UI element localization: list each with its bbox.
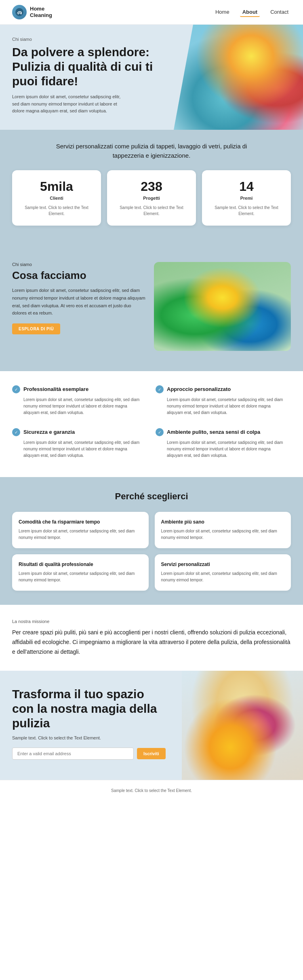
hero-title: Da polvere a splendore: Pulizia di quali… [12, 45, 166, 89]
logo-text: Home Cleaning [30, 6, 52, 18]
feature-desc-2: Lorem ipsum dolor sit amet, consetetur s… [23, 439, 143, 459]
stats-section: Servizi personalizzati come pulizia di t… [0, 130, 303, 242]
feature-check-icon-1: ✓ [156, 385, 164, 393]
nav-home[interactable]: Home [213, 8, 232, 17]
why-card-desc-2: Lorem ipsum dolor sit amet, consetetur s… [19, 570, 142, 583]
stat-card-projects: 238 Progetti Sample text. Click to selec… [107, 170, 196, 226]
stats-cards: 5mila Clienti Sample text. Click to sele… [12, 170, 291, 226]
stat-label-awards: Premi [208, 196, 284, 201]
stat-card-awards: 14 Premi Sample text. Click to select th… [202, 170, 291, 226]
cta-image-decoration [182, 671, 303, 780]
cta-section: Trasforma il tuo spazio con la nostra ma… [0, 671, 303, 780]
logo: Home Cleaning [12, 5, 52, 19]
why-section: Perché sceglierci Comodità che fa rispar… [0, 477, 303, 605]
mission-text: Per creare spazi più puliti, più sani e … [12, 628, 291, 657]
why-title: Perché sceglierci [12, 491, 291, 502]
features-grid: ✓ Professionalità esemplare Lorem ipsum … [12, 385, 291, 463]
feature-title-row-0: ✓ Professionalità esemplare [12, 385, 143, 393]
hero-text: Chi siamo Da polvere a splendore: Pulizi… [12, 37, 166, 115]
feature-item-0: ✓ Professionalità esemplare Lorem ipsum … [12, 385, 147, 420]
features-section: ✓ Professionalità esemplare Lorem ipsum … [0, 371, 303, 477]
what-image-decoration [154, 262, 291, 351]
nav-about[interactable]: About [240, 8, 260, 17]
nav-links: Home About Contact [213, 8, 291, 17]
feature-title-1: Approccio personalizzato [167, 386, 231, 393]
hero-section: Chi siamo Da polvere a splendore: Pulizi… [0, 25, 303, 130]
why-card-2: Risultati di qualità professionale Lorem… [12, 554, 149, 591]
stat-number-awards: 14 [208, 179, 284, 194]
hero-image [174, 25, 303, 130]
stat-label-projects: Progetti [114, 196, 189, 201]
feature-title-row-3: ✓ Ambiente pulito, senza sensi di colpa [156, 428, 287, 436]
stat-desc-awards: Sample text. Click to select the Text El… [208, 205, 284, 217]
footer-text: Sample text. Click to select the Text El… [111, 788, 192, 793]
why-card-desc-1: Lorem ipsum dolor sit amet, consetetur s… [161, 528, 285, 541]
cta-form: Iscriviti [12, 748, 166, 760]
feature-item-3: ✓ Ambiente pulito, senza sensi di colpa … [156, 428, 291, 463]
why-card-title-2: Risultati di qualità professionale [19, 562, 142, 567]
hero-image-decoration [174, 25, 303, 130]
stat-number-projects: 238 [114, 179, 189, 194]
what-text: Chi siamo Cosa facciamo Lorem ipsum dolo… [12, 262, 146, 334]
why-card-title-0: Comodità che fa risparmiare tempo [19, 519, 142, 525]
feature-title-0: Professionalità esemplare [23, 386, 88, 393]
feature-title-row-2: ✓ Sicurezza e garanzia [12, 428, 143, 436]
cta-text: Trasforma il tuo spazio con la nostra ma… [12, 687, 166, 760]
subscribe-button[interactable]: Iscriviti [137, 748, 166, 759]
why-card-title-3: Servizi personalizzati [161, 562, 285, 567]
stat-label-clients: Clienti [19, 196, 95, 201]
why-card-desc-0: Lorem ipsum dolor sit amet, consetetur s… [19, 528, 142, 541]
mission-section: La nostra missione Per creare spazi più … [0, 605, 303, 671]
feature-desc-1: Lorem ipsum dolor sit amet, consetetur s… [167, 397, 287, 416]
mission-label: La nostra missione [12, 619, 291, 624]
email-input[interactable] [12, 748, 134, 760]
stats-subtitle: Servizi personalizzati come pulizia di t… [55, 142, 248, 160]
what-image [154, 262, 291, 351]
feature-item-2: ✓ Sicurezza e garanzia Lorem ipsum dolor… [12, 428, 147, 463]
why-card-title-1: Ambiente più sano [161, 519, 285, 525]
why-card-1: Ambiente più sano Lorem ipsum dolor sit … [155, 512, 291, 548]
footer: Sample text. Click to select the Text El… [0, 780, 303, 800]
nav-contact[interactable]: Contact [268, 8, 291, 17]
explore-button[interactable]: ESPLORA DI PIÙ [12, 323, 60, 334]
feature-check-icon-3: ✓ [156, 428, 164, 436]
feature-item-1: ✓ Approccio personalizzato Lorem ipsum d… [156, 385, 291, 420]
what-section: Chi siamo Cosa facciamo Lorem ipsum dolo… [0, 250, 303, 363]
hero-description: Lorem ipsum dolor sit amet, consetetur s… [12, 93, 125, 115]
stat-number-clients: 5mila [19, 179, 95, 194]
feature-title-3: Ambiente pulito, senza sensi di colpa [167, 429, 260, 436]
feature-check-icon-2: ✓ [12, 428, 20, 436]
why-card-3: Servizi personalizzati Lorem ipsum dolor… [155, 554, 291, 591]
cta-description: Sample text. Click to select the Text El… [12, 735, 166, 740]
cta-image [182, 671, 303, 780]
what-label: Chi siamo [12, 262, 146, 267]
why-grid: Comodità che fa risparmiare tempo Lorem … [12, 512, 291, 591]
cta-title: Trasforma il tuo spazio con la nostra ma… [12, 687, 166, 731]
feature-check-icon-0: ✓ [12, 385, 20, 393]
feature-title-2: Sicurezza e garanzia [23, 429, 75, 436]
hero-label: Chi siamo [12, 37, 166, 42]
why-card-0: Comodità che fa risparmiare tempo Lorem … [12, 512, 149, 548]
why-card-desc-3: Lorem ipsum dolor sit amet, consetetur s… [161, 570, 285, 583]
stat-desc-clients: Sample text. Click to select the Text El… [19, 205, 95, 217]
feature-desc-3: Lorem ipsum dolor sit amet, consetetur s… [167, 439, 287, 459]
svg-point-0 [15, 8, 23, 16]
stat-card-clients: 5mila Clienti Sample text. Click to sele… [12, 170, 101, 226]
feature-title-row-1: ✓ Approccio personalizzato [156, 385, 287, 393]
logo-icon [12, 5, 27, 19]
what-description: Lorem ipsum dolor sit amet, consetetur s… [12, 287, 146, 317]
stat-desc-projects: Sample text. Click to select the Text El… [114, 205, 189, 217]
navbar: Home Cleaning Home About Contact [0, 0, 303, 25]
feature-desc-0: Lorem ipsum dolor sit amet, consetetur s… [23, 397, 143, 416]
what-title: Cosa facciamo [12, 269, 146, 282]
